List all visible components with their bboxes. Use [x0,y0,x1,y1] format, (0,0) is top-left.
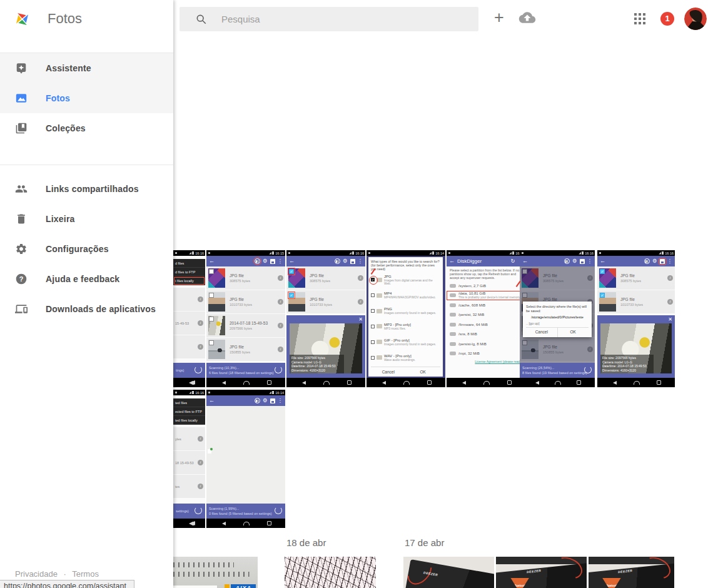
status-battery-icon [192,251,194,255]
status-signal-icon [659,252,661,255]
photo-thumbnail[interactable]: DEEZER [403,557,494,588]
file-list-row: 15-49-53i [173,312,205,335]
phone-nav-bar [206,519,285,528]
partition-row: /sns, 8 MiB [447,330,525,340]
info-icon: i [358,275,363,281]
file-size: 308575 bytes [230,279,250,283]
dim-overlay: What types of files would you like to se… [367,256,445,378]
photo-thumbnail[interactable]: 16:15←⚙⋮JPG file308575 bytesiJPG file101… [206,250,285,387]
disk-icon [450,323,456,327]
status-battery-icon [192,391,194,394]
phone-nav-bar [173,519,205,528]
photo-thumbnail[interactable]: AIXA [173,557,258,588]
photo-thumbnail[interactable]: 16:16←⚙⋮JPG file308575 bytesiJPG file101… [520,250,595,387]
photo-thumbnail[interactable]: DEEZER Bluetooth [589,557,674,588]
apps-grid-icon[interactable] [634,13,645,24]
android-home-icon [555,381,561,385]
android-recents-icon [507,380,512,385]
type-description: Images from digital cameras and the Web. [384,279,440,285]
progress-spinner-icon [275,507,282,514]
file-checkbox: ✓ [289,293,294,298]
photo-thumbnail[interactable] [285,557,376,588]
app-bar-title: DiskDigger [457,258,482,264]
android-home-icon [634,381,640,385]
type-description: Wave audio recordings. [384,358,415,362]
refresh-icon: ↻ [510,256,515,266]
sidebar-item-assistente[interactable]: Assistente [0,53,173,83]
info-icon: i [198,436,203,442]
phone-screen: JPG file308575 bytesiJPG file1010733 byt… [520,266,595,363]
partition-row: /data, 10,81 GiBThis is probably your de… [447,291,525,301]
partition-row: /persist-lg, 8 MiB [447,339,525,349]
google-photos-page: Pesquisa + 1 16:16d filesd files to FTPt… [0,0,708,588]
dialog-button[interactable]: OK [557,328,589,337]
photo-thumbnail[interactable]: 16:16←⚙⋮✓JPG file308575 bytesi✓JPG file1… [597,250,675,387]
photo-thumbnail[interactable]: DEEZER Bluetooth [496,557,587,588]
status-notification-icon [448,252,450,254]
info-icon: i [358,299,363,305]
sidebar-item-ajuda-feedback[interactable]: ? Ajuda e feedback [0,264,173,294]
directory-path: /storage/emulated/0/Pictures/teste [526,315,589,320]
scan-status-footer: settings) [173,504,205,519]
avatar[interactable] [684,8,707,30]
dialog-button[interactable]: OK [406,367,441,377]
status-battery-icon [512,251,514,255]
close-icon[interactable]: ✕ [668,317,672,322]
notification-badge[interactable]: 1 [660,12,674,26]
file-thumbnail: ✓ [599,268,616,288]
phone-app-bar: ←⚙⋮ [206,256,285,266]
status-notification-icon [368,252,370,254]
status-notification-icon [208,252,210,254]
dialog-button[interactable]: Cancel [526,328,557,337]
info-icon: i [198,297,203,302]
sidebar-item-label: Configurações [46,244,109,254]
type-name: WAV - [Pro only] [384,354,415,358]
phone-status-bar: 16:16 [173,390,205,395]
status-battery-icon [432,251,434,255]
file-checkbox: ✓ [600,269,605,274]
photo-thumbnail[interactable]: 16:14←⚙⋮Scanning (1,99%)...0 files found… [206,390,285,528]
context-menu: ted filesected files to FTPted files loc… [173,398,205,425]
plus-icon: + [494,8,504,27]
search-input[interactable]: Pesquisa [180,7,478,31]
terms-link[interactable]: Termos [72,569,99,579]
sidebar-item-fotos[interactable]: Fotos [0,83,173,113]
photo-thumbnail[interactable]: 16:16ted filesected files to FTPted file… [173,390,205,528]
gear-icon: ⚙ [572,256,577,266]
privacy-link[interactable]: Privacidade [15,569,58,579]
file-list-row: ylesi [173,427,205,450]
gear-icon: ⚙ [343,256,348,266]
help-icon: ? [15,273,28,285]
partition-row: /system, 2,7 GiB [447,281,525,291]
license-agreement-link[interactable]: License Agreement (please read) [447,358,525,365]
photo-thumbnail[interactable]: 16:14What types of files would you like … [367,250,445,387]
progress-spinner-icon [275,366,282,373]
photo-thumbnail[interactable]: 16:16d filesd files to FTPt files locall… [173,250,205,387]
sidebar-item-configuracoes[interactable]: Configurações [0,234,173,264]
sidebar-item-links-compartilhados[interactable]: Links compartilhados [0,174,173,204]
file-checkbox [209,269,214,274]
go-up-item[interactable]: .. [go up] [526,322,589,326]
trash-icon [15,213,28,225]
android-screenshot: 16:16←⚙⋮✓JPG file308575 bytesi✓JPG file1… [597,250,675,387]
photo-thumbnail[interactable]: 16:16←⚙⋮✓JPG file308575 bytesi✓JPG file1… [286,250,365,387]
file-types-dialog: What types of files would you like to se… [368,257,443,377]
scan-status-line: Scanning (10,3%)... [209,366,283,370]
sidebar-item-lixeira[interactable]: Lixeira [0,204,173,234]
dialog-button[interactable]: Cancel [371,367,406,377]
caixa-sign: AIXA [231,584,256,588]
file-size: 1010733 bytes [310,303,332,307]
info-icon: i [278,275,283,281]
sidebar-item-downloads-aplicativos[interactable]: Downloads de aplicativos [0,294,173,324]
android-back-icon [187,522,193,525]
empty-scan-screen [206,406,285,504]
info-icon: i [278,323,283,328]
sidebar-item-colecoes[interactable]: Coleções [0,113,173,143]
photo-thumbnail[interactable]: 16:14←DiskDigger↻⋮Please select a partit… [447,250,525,387]
file-name-fragment: tes [175,485,180,489]
upload-button[interactable] [518,11,537,26]
create-button[interactable]: + [491,5,507,30]
music-icon [377,324,382,328]
close-icon[interactable]: ✕ [358,317,363,322]
status-time: 16:16 [195,391,204,395]
